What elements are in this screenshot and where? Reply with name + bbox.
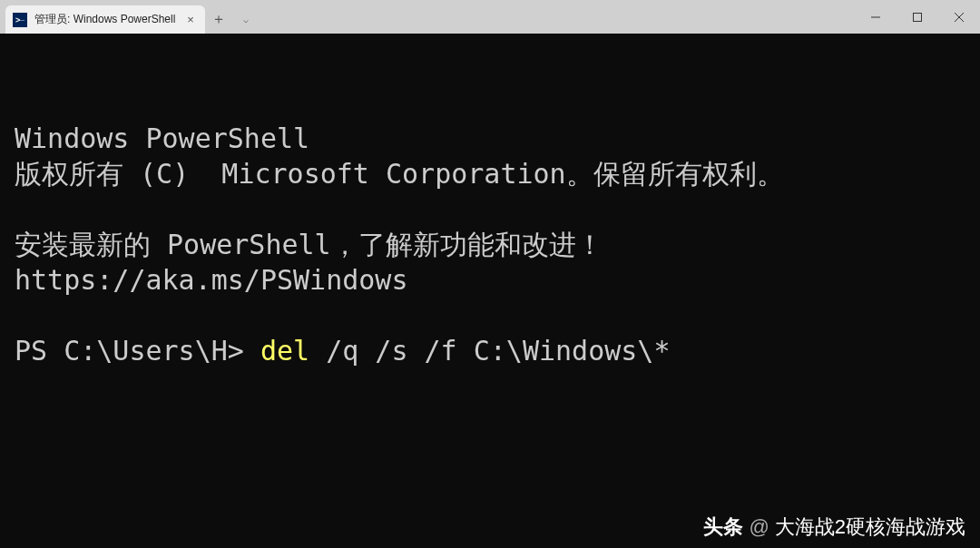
terminal-copyright: 版权所有 (C) Microsoft Corporation。保留所有权利。 (15, 156, 965, 191)
watermark-logo: 头条 (703, 514, 743, 541)
tab-title: 管理员: Windows PowerShell (34, 12, 176, 27)
new-tab-button[interactable]: ＋ (205, 5, 232, 34)
close-tab-button[interactable]: × (183, 13, 198, 27)
titlebar-drag-area[interactable] (260, 0, 855, 34)
command-args: /q /s /f C:\Windows\* (309, 335, 670, 367)
blank-line (15, 298, 965, 333)
window-controls (855, 0, 980, 34)
tab-dropdown-button[interactable]: ⌵ (232, 5, 260, 34)
tab-powershell[interactable]: 管理员: Windows PowerShell × (5, 5, 205, 34)
maximize-button[interactable] (897, 0, 938, 34)
minimize-button[interactable] (855, 0, 897, 34)
terminal-prompt-line: PS C:\Users\H> del /q /s /f C:\Windows\* (15, 333, 965, 368)
blank-line (15, 191, 965, 227)
terminal-header: Windows PowerShell (15, 121, 965, 156)
close-window-button[interactable] (938, 0, 980, 34)
window-titlebar: 管理员: Windows PowerShell × ＋ ⌵ (0, 0, 980, 34)
watermark-handle: 大海战2硬核海战游戏 (775, 514, 965, 541)
terminal-install-url: https://aka.ms/PSWindows (15, 262, 965, 298)
watermark-at: @ (749, 515, 769, 539)
svg-rect-1 (914, 13, 922, 21)
watermark: 头条 @ 大海战2硬核海战游戏 (703, 514, 965, 541)
terminal-area[interactable]: Windows PowerShell版权所有 (C) Microsoft Cor… (0, 34, 980, 548)
prompt-prefix: PS C:\Users\H> (15, 335, 260, 367)
command-keyword: del (260, 335, 309, 367)
terminal-install-msg: 安装最新的 PowerShell，了解新功能和改进！ (15, 227, 965, 262)
powershell-icon (13, 13, 27, 27)
